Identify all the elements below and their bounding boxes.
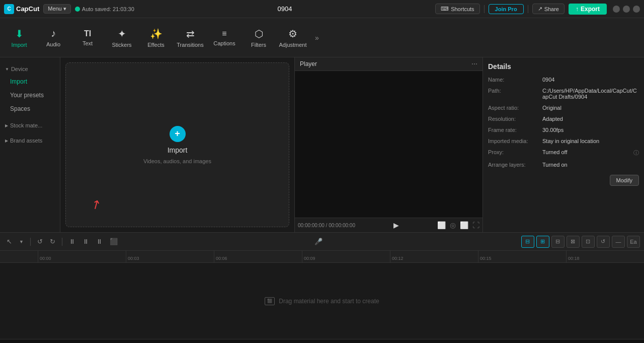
- chevron-right-icon: ▶: [5, 123, 8, 128]
- main-area: ▼ Device Import Your presets Spaces ▶ St…: [0, 57, 644, 232]
- minimize-button[interactable]: [613, 6, 620, 13]
- tl-icon-btn-3[interactable]: ⊟: [551, 236, 565, 248]
- detail-label-proxy: Proxy:: [488, 149, 538, 155]
- modify-button[interactable]: Modify: [610, 175, 639, 186]
- toolbar-transitions[interactable]: ⇄ Transitions: [173, 20, 207, 55]
- join-pro-button[interactable]: Join Pro: [489, 4, 524, 14]
- detail-row-arrange: Arrange layers: Turned on: [488, 162, 639, 168]
- screen-icon[interactable]: ⬜: [437, 221, 446, 229]
- ruler-tick-0: 00:00: [38, 251, 51, 262]
- ruler-tick-5: 00:15: [478, 251, 492, 262]
- toolbar-effects[interactable]: ✨ Effects: [139, 20, 173, 55]
- toolbar-filters[interactable]: ⬡ Filters: [242, 20, 276, 55]
- player-more-icon[interactable]: ⋯: [471, 60, 477, 67]
- detail-row-name: Name: 0904: [488, 77, 639, 83]
- ruler-tick-3: 00:09: [302, 251, 315, 262]
- adjustment-icon: ⚙: [288, 28, 297, 40]
- sidebar-section-stock-header[interactable]: ▶ Stock mate...: [0, 120, 60, 131]
- details-title: Details: [488, 62, 639, 71]
- import-box-label: Import: [168, 146, 188, 154]
- chevron-down-icon: ▼: [5, 67, 9, 72]
- tl-icon-btn-1[interactable]: ⊟: [521, 236, 534, 248]
- effects-icon: ✨: [150, 28, 163, 40]
- arrow-indicator: ↗: [88, 196, 104, 213]
- detail-value-path: C:/Users/HP/AppData/Local/CapCut/CapCut …: [542, 88, 639, 100]
- sidebar-item-presets[interactable]: Your presets: [2, 89, 58, 102]
- import-dropzone[interactable]: + Import Videos, audios, and images ↗: [65, 62, 289, 227]
- timeline-right-controls: ⊟ ⊞ ⊟ ⊠ ⊡ ↺ — Ea: [521, 236, 640, 248]
- split-button[interactable]: ⏸: [66, 236, 78, 247]
- detail-value-proxy: Turned off: [542, 149, 629, 155]
- microphone-button[interactable]: 🎤: [312, 236, 325, 247]
- toolbar-text[interactable]: TI Text: [70, 20, 105, 55]
- text-label: Text: [83, 40, 93, 46]
- auto-saved-text: Auto saved: 21:03:30: [82, 6, 134, 12]
- detail-row-imported: Imported media: Stay in original locatio…: [488, 138, 639, 144]
- toolbar-import[interactable]: ⬇ Import: [2, 20, 36, 55]
- detail-value-name: 0904: [542, 77, 639, 83]
- share-button[interactable]: ↗ Share: [532, 4, 565, 14]
- undo-button[interactable]: ↺: [35, 236, 45, 247]
- tl-icon-btn-ea[interactable]: Ea: [627, 236, 640, 248]
- maximize-button[interactable]: [623, 6, 630, 13]
- logo-text: CapCut: [16, 5, 39, 13]
- cursor-tool[interactable]: ↖: [4, 236, 15, 247]
- keyboard-icon: ⌨: [441, 6, 449, 12]
- redo-button[interactable]: ↻: [47, 236, 58, 247]
- logo-icon: C: [4, 4, 14, 14]
- ruler-tick-1: 00:03: [126, 251, 139, 262]
- import-label: Import: [11, 42, 27, 48]
- project-title: 0904: [138, 5, 431, 13]
- play-button[interactable]: ▶: [393, 221, 399, 229]
- tl-icon-btn-2[interactable]: ⊞: [536, 236, 549, 248]
- detail-row-proxy: Proxy: Turned off ⓘ: [488, 149, 639, 157]
- delete-button[interactable]: ⏸: [80, 236, 92, 247]
- detail-row-framerate: Frame rate: 30.00fps: [488, 127, 639, 133]
- effects-label: Effects: [147, 42, 164, 48]
- toolbar-stickers[interactable]: ✦ Stickers: [105, 20, 139, 55]
- detail-label-imported: Imported media:: [488, 138, 538, 144]
- menu-button[interactable]: Menu ▾: [43, 4, 71, 14]
- sidebar-item-import[interactable]: Import: [2, 75, 58, 88]
- shortcuts-label: Shortcuts: [451, 6, 474, 12]
- close-button[interactable]: [633, 6, 640, 13]
- player-panel: Player ⋯ 00:00:00:00 / 00:00:00:00 ▶ ⬜ ◎…: [294, 57, 483, 232]
- sidebar-brand-label: Brand assets: [10, 138, 42, 144]
- sidebar-section-device-header[interactable]: ▼ Device: [0, 63, 60, 75]
- timeline-scrollbar[interactable]: [0, 339, 644, 343]
- share-label: Share: [544, 6, 559, 12]
- zoom-icon[interactable]: ◎: [450, 221, 456, 229]
- fullscreen-icon[interactable]: ⛶: [472, 221, 479, 229]
- main-toolbar: ⬇ Import ♪ Audio TI Text ✦ Stickers ✨ Ef…: [0, 18, 644, 57]
- titlebar: C CapCut Menu ▾ Auto saved: 21:03:30 090…: [0, 0, 644, 18]
- toolbar-adjustment[interactable]: ⚙ Adjustment: [276, 20, 310, 55]
- tl-icon-btn-4[interactable]: ⊠: [567, 236, 580, 248]
- sidebar-item-spaces[interactable]: Spaces: [2, 102, 58, 115]
- toolbar-more-button[interactable]: »: [310, 20, 324, 55]
- tl-icon-btn-6[interactable]: ↺: [597, 236, 610, 248]
- detail-label-path: Path:: [488, 88, 538, 94]
- toolbar-captions[interactable]: ≡ Captions: [207, 20, 242, 55]
- tl-icon-btn-5[interactable]: ⊡: [582, 236, 595, 248]
- proxy-info-icon[interactable]: ⓘ: [633, 149, 639, 157]
- captions-label: Captions: [213, 40, 235, 46]
- detail-row-path: Path: C:/Users/HP/AppData/Local/CapCut/C…: [488, 88, 639, 100]
- stickers-label: Stickers: [112, 42, 131, 48]
- sidebar-section-brand-header[interactable]: ▶ Brand assets: [0, 135, 60, 146]
- shortcuts-button[interactable]: ⌨ Shortcuts: [435, 4, 479, 14]
- transitions-icon: ⇄: [186, 28, 195, 40]
- more-tool[interactable]: ⬛: [107, 236, 120, 247]
- drop-hint-text: Drag material here and start to create: [279, 298, 379, 305]
- tl-icon-btn-7[interactable]: —: [612, 236, 625, 248]
- share-icon: ↗: [538, 6, 542, 12]
- fit-icon[interactable]: ⬜: [460, 221, 468, 229]
- detail-row-resolution: Resolution: Adapted: [488, 116, 639, 122]
- crop-button[interactable]: ⏸: [94, 236, 105, 247]
- player-title: Player: [300, 60, 317, 67]
- window-controls: [613, 6, 640, 13]
- export-button[interactable]: ↑ Export: [569, 4, 607, 15]
- cursor-dropdown[interactable]: ▼: [17, 238, 26, 246]
- detail-label-framerate: Frame rate:: [488, 127, 538, 133]
- toolbar-audio[interactable]: ♪ Audio: [36, 20, 70, 55]
- detail-label-arrange: Arrange layers:: [488, 162, 538, 168]
